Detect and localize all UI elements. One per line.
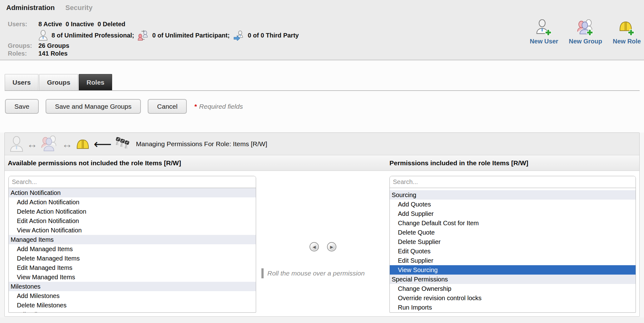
required-asterisk: *	[194, 103, 197, 110]
cancel-button[interactable]: Cancel	[148, 99, 187, 114]
license-line: 8 of Unlimited Professional; 0 of Unlimi…	[38, 29, 299, 42]
breadcrumb-administration[interactable]: Administration	[6, 4, 55, 12]
tab-users[interactable]: Users	[5, 74, 38, 90]
third-party-user-icon	[233, 30, 244, 41]
permission-row[interactable]: Run Imports	[390, 303, 636, 312]
new-group-label: New Group	[569, 38, 602, 45]
hover-hint: Roll the mouse over a permission	[261, 268, 365, 278]
required-fields-note: *Required fields	[194, 103, 243, 110]
footer-background	[0, 317, 644, 323]
permission-row[interactable]: Add Supplier	[390, 209, 636, 218]
groups-label: Groups:	[8, 42, 38, 50]
transfer-controls: ◀ ▶ Roll the mouse over a permission	[256, 171, 389, 316]
roles-count: 141 Roles	[38, 50, 299, 57]
included-permissions-header: Permissions included in the role Items […	[389, 159, 639, 167]
available-permissions-header: Available permissions not included the r…	[5, 159, 389, 167]
new-group-button[interactable]: New Group	[569, 19, 602, 45]
assign-left-arrow-icon: ⟵	[94, 138, 111, 150]
permission-row[interactable]: Add Quotes	[390, 200, 636, 209]
user-icon	[9, 136, 24, 152]
summary-stats: Users: 8 Active 0 Inactive 0 Deleted 8 o…	[8, 19, 299, 57]
new-user-label: New User	[530, 38, 558, 45]
user-add-icon	[536, 19, 552, 36]
hint-text: Roll the mouse over a permission	[267, 270, 365, 277]
permission-group-row[interactable]: Action Notification	[9, 188, 256, 197]
left-triangle-icon: ◀	[313, 245, 316, 249]
included-search-input[interactable]	[390, 176, 636, 188]
group-icon	[41, 136, 59, 152]
hint-bar-icon	[261, 268, 264, 278]
breadcrumb-security: Security	[65, 4, 92, 12]
permissions-panel: ↔ ↔ ⟵	[4, 132, 640, 317]
keys-icon	[115, 137, 131, 151]
permission-row[interactable]: View Managed Items	[9, 272, 256, 282]
groups-count: 26 Groups	[38, 42, 299, 50]
roles-label: Roles:	[8, 50, 38, 57]
new-user-button[interactable]: New User	[530, 19, 558, 45]
license-spacer	[8, 29, 38, 42]
permission-row[interactable]: Delete Supplier	[390, 237, 636, 246]
tab-groups[interactable]: Groups	[39, 74, 78, 90]
permission-group-row[interactable]: Special Permissions	[390, 275, 636, 284]
save-button[interactable]: Save	[5, 99, 39, 114]
swap-arrow-icon: ↔	[62, 139, 72, 149]
permission-row[interactable]: View Sourcing	[390, 265, 636, 275]
hardhat-add-icon	[618, 19, 635, 36]
permission-row[interactable]: Edit Quotes	[390, 246, 636, 256]
new-role-button[interactable]: New Role	[613, 19, 641, 45]
permission-row[interactable]: Override revision control locks	[390, 293, 636, 303]
tab-roles[interactable]: Roles	[79, 74, 112, 90]
permission-row[interactable]: Add Managed Items	[9, 244, 256, 254]
permission-row[interactable]: Edit Action Notification	[9, 216, 256, 226]
participant-users-icon	[138, 30, 148, 41]
form-toolbar: Save Save and Manage Groups Cancel *Requ…	[5, 99, 243, 114]
panel-title-bar: ↔ ↔ ⟵	[5, 133, 639, 155]
permission-row[interactable]: Delete Managed Items	[9, 254, 256, 263]
required-text: Required fields	[199, 103, 243, 110]
swap-arrow-icon: ↔	[27, 139, 37, 149]
available-permissions-list: Action NotificationAdd Action Notificati…	[9, 188, 256, 312]
user-icon	[38, 30, 48, 41]
permission-group-row[interactable]: Managed Items	[9, 235, 256, 244]
permission-row[interactable]: Edit Milestones	[9, 310, 256, 312]
list-spacer	[390, 188, 636, 190]
save-and-manage-groups-button[interactable]: Save and Manage Groups	[46, 99, 141, 114]
permission-row[interactable]: Delete Quote	[390, 228, 636, 237]
available-permissions-listbox: Action NotificationAdd Action Notificati…	[8, 176, 256, 313]
permission-row[interactable]: Edit Managed Items	[9, 263, 256, 272]
permission-group-row[interactable]: Sourcing	[390, 190, 636, 200]
third-party-count: 0 of 0 Third Party	[248, 32, 299, 39]
group-add-icon	[577, 19, 594, 36]
participant-count: 0 of Unlimited Participant;	[152, 32, 230, 39]
move-right-button[interactable]: ▶	[327, 242, 336, 251]
professional-count: 8 of Unlimited Professional;	[52, 32, 134, 39]
permission-row[interactable]: Add Milestones	[9, 291, 256, 301]
included-permissions-list: SourcingAdd QuotesAdd SupplierChange Def…	[390, 188, 636, 312]
breadcrumb: Administration Security	[6, 4, 92, 12]
panel-content: Action NotificationAdd Action Notificati…	[5, 171, 639, 316]
permission-row[interactable]: Add Action Notification	[9, 197, 256, 207]
content-background	[0, 61, 644, 132]
permission-row[interactable]: Delete Action Notification	[9, 207, 256, 216]
new-role-label: New Role	[613, 38, 641, 45]
permission-row[interactable]: Change Ownership	[390, 284, 636, 293]
hardhat-icon	[76, 137, 90, 151]
permission-group-row[interactable]: Milestones	[9, 282, 256, 291]
header-band: Administration Security Users: 8 Active …	[0, 0, 644, 60]
permission-row[interactable]: Edit Supplier	[390, 256, 636, 265]
permission-row[interactable]: View Action Notification	[9, 226, 256, 235]
users-label: Users:	[8, 19, 38, 29]
included-permissions-listbox: SourcingAdd QuotesAdd SupplierChange Def…	[389, 176, 636, 313]
permission-row[interactable]: Change Default Cost for Item	[390, 218, 636, 228]
tab-bar: UsersGroupsRoles	[5, 74, 640, 91]
right-triangle-icon: ▶	[330, 245, 333, 249]
panel-title: Managing Permissions For Role: Items [R/…	[136, 140, 267, 148]
available-search-input[interactable]	[9, 176, 256, 188]
move-left-button[interactable]: ◀	[310, 242, 319, 251]
header-actions: New User New Group New Role	[530, 19, 641, 45]
permission-row[interactable]: Delete Milestones	[9, 301, 256, 310]
column-headers: Available permissions not included the r…	[5, 155, 639, 171]
users-counts: 8 Active 0 Inactive 0 Deleted	[38, 19, 299, 29]
